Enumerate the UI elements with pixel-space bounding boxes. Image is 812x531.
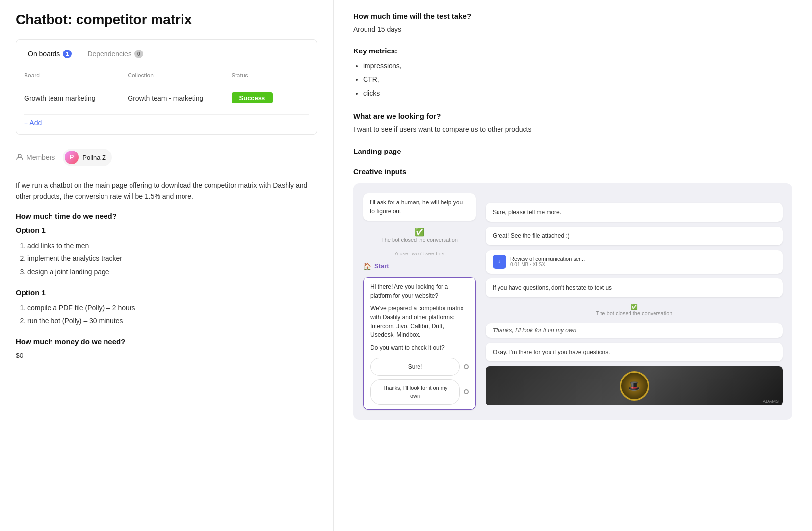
thanks-connector-dot	[464, 389, 469, 394]
thanks-button[interactable]: Thanks, I'll look for it on my own	[370, 379, 460, 405]
sure-btn-area: Sure!	[370, 358, 469, 376]
file-size: 0.01 MB · XLSX	[510, 262, 585, 267]
check-icon-2: ✅	[631, 304, 638, 310]
chat-bubble-3: Do you want to check it out?	[370, 343, 469, 352]
file-info: Review of communication ser... 0.01 MB ·…	[510, 256, 585, 267]
metric-item: CTR,	[363, 73, 792, 86]
right-bubble-4: Okay. I'm there for you if you have ques…	[486, 343, 783, 361]
right-bubble-2: Great! See the file attached :)	[486, 227, 783, 245]
image-preview: 🎩 ADAMS	[486, 366, 783, 405]
image-watermark: ADAMS	[763, 399, 779, 404]
person-icon	[16, 153, 24, 161]
row-status: Success	[232, 92, 309, 103]
tabs-header: On boards 1 Dependencies 0	[24, 48, 309, 60]
list-item: add links to the men	[27, 239, 317, 253]
col-board: Board	[24, 72, 128, 79]
top-bot-bubble: I'll ask for a human, he will help you t…	[363, 193, 476, 221]
looking-for-section: What are we looking for? I want to see i…	[353, 112, 792, 135]
add-button-label: + Add	[24, 119, 42, 126]
members-label: Members	[16, 153, 55, 161]
add-button[interactable]: + Add	[24, 114, 309, 126]
thanks-btn-area: Thanks, I'll look for it on my own	[370, 379, 469, 405]
metric-item: clicks	[363, 86, 792, 100]
chat-preview: I'll ask for a human, he will help you t…	[353, 183, 792, 420]
table-header: Board Collection Status	[24, 68, 309, 83]
tab-dependencies-badge: 0	[134, 50, 143, 58]
tab-dependencies[interactable]: Dependencies 0	[83, 48, 147, 60]
download-icon: ↓	[493, 255, 506, 269]
test-time-answer: Around 15 days	[353, 24, 792, 35]
member-name: Polina Z	[82, 154, 106, 161]
chat-bubble-2: We've prepared a competitor matrix with …	[370, 304, 469, 339]
list-item: run the bot (Polly) – 30 minutes	[27, 314, 317, 328]
house-icon: 🏠	[363, 262, 371, 270]
sure-connector-dot	[464, 364, 469, 369]
chat-left-column: I'll ask for a human, he will help you t…	[363, 193, 476, 410]
landing-page-section: Landing page	[353, 147, 792, 155]
creative-inputs-title: Creative inputs	[353, 167, 792, 176]
test-time-question: How much time will the test take?	[353, 12, 792, 20]
option2-list: compile a PDF file (Polly) – 2 hours run…	[16, 302, 317, 328]
creative-inputs-section: Creative inputs I'll ask for a human, he…	[353, 167, 792, 420]
test-time-section: How much time will the test take? Around…	[353, 12, 792, 35]
money-heading: How much money do we need?	[16, 337, 317, 346]
row-collection: Growth team - marketing	[128, 94, 231, 102]
bot-closed-text: The bot closed the conversation	[381, 237, 458, 243]
file-name: Review of communication ser...	[510, 256, 585, 262]
time-heading: How much time do we need?	[16, 212, 317, 220]
members-row: Members P Polina Z	[16, 145, 317, 170]
col-collection: Collection	[128, 72, 231, 79]
looking-for-answer: I want to see if users want to compare u…	[353, 124, 792, 135]
member-chip: P Polina Z	[63, 149, 112, 166]
list-item: design a joint landing page	[27, 265, 317, 278]
bot-closed-text-2: The bot closed the conversation	[596, 310, 673, 316]
body-text: If we run a chatbot on the main page off…	[16, 180, 317, 202]
metrics-list: impressions, CTR, clicks	[353, 59, 792, 100]
right-bubble-3: If you have questions, don't hesitate to…	[486, 278, 783, 297]
tab-dependencies-label: Dependencies	[87, 50, 131, 58]
page-title: Chatbot: competitor matrix	[16, 12, 317, 27]
looking-for-question: What are we looking for?	[353, 112, 792, 120]
tab-on-boards-label: On boards	[28, 50, 60, 58]
col-status: Status	[232, 72, 309, 79]
bot-closed-action: ✅ The bot closed the conversation	[363, 226, 476, 245]
tab-on-boards-badge: 1	[63, 50, 72, 58]
table-row: Growth team marketing Growth team - mark…	[24, 87, 309, 108]
chat-bubble-1: Hi there! Are you looking for a platform…	[370, 282, 469, 300]
start-label: 🏠 Start	[363, 262, 476, 270]
metric-item: impressions,	[363, 59, 792, 73]
key-metrics-question: Key metrics:	[353, 47, 792, 55]
money-answer: $0	[16, 352, 317, 359]
landing-page-label: Landing page	[353, 147, 792, 155]
list-item: compile a PDF file (Polly) – 2 hours	[27, 302, 317, 315]
option1-list: add links to the men implement the analy…	[16, 239, 317, 278]
avatar: P	[65, 151, 79, 164]
image-inner: 🎩	[620, 371, 649, 401]
check-icon: ✅	[415, 228, 424, 237]
start-text: Start	[374, 262, 389, 270]
right-panel: How much time will the test take? Around…	[334, 0, 812, 531]
sure-button[interactable]: Sure!	[370, 358, 460, 376]
tabs-container: On boards 1 Dependencies 0 Board Collect…	[16, 39, 317, 135]
list-item: implement the analytics tracker	[27, 252, 317, 265]
option2-heading: Option 1	[16, 288, 317, 297]
left-panel: Chatbot: competitor matrix On boards 1 D…	[0, 0, 334, 531]
right-bubble-1: Sure, please tell me more.	[486, 203, 783, 222]
option1-heading: Option 1	[16, 226, 317, 234]
row-board: Growth team marketing	[24, 94, 128, 102]
key-metrics-section: Key metrics: impressions, CTR, clicks	[353, 47, 792, 100]
members-text: Members	[26, 153, 55, 161]
svg-point-0	[18, 154, 21, 157]
main-chat-area: Hi there! Are you looking for a platform…	[363, 277, 476, 410]
tab-on-boards[interactable]: On boards 1	[24, 48, 76, 60]
user-reply-bubble: Thanks, I'll look for it on my own	[486, 323, 783, 338]
file-attachment: ↓ Review of communication ser... 0.01 MB…	[486, 250, 783, 274]
status-badge: Success	[232, 92, 273, 103]
chat-right-column: Sure, please tell me more. Great! See th…	[486, 193, 783, 410]
user-wont-see: A user won't see this	[363, 250, 476, 257]
right-bot-closed: ✅ The bot closed the conversation	[486, 302, 783, 318]
